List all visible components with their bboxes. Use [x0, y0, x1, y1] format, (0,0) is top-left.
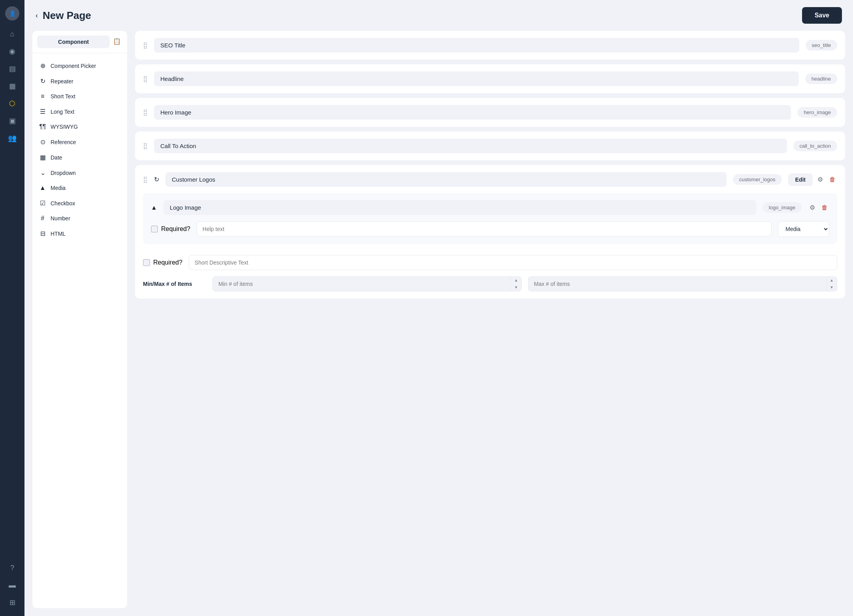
sidebar-item-label: Number	[51, 215, 70, 222]
sidebar-item-label: Component Picker	[51, 63, 96, 69]
help-icon[interactable]: ?	[5, 561, 19, 575]
repeater-drag-handle-icon: ⣿	[143, 176, 148, 183]
tab-component[interactable]: Component	[37, 36, 110, 48]
sidebar-item-dropdown[interactable]: ⌄ Dropdown	[32, 165, 127, 180]
page-icon[interactable]: ▤	[5, 62, 19, 76]
stack-icon[interactable]: ⊞	[5, 595, 19, 610]
reference-icon: ⊙	[39, 138, 47, 146]
field-row-call-to-action: ⣿ call_to_action	[135, 131, 845, 160]
terminal-icon[interactable]: ▬	[5, 578, 19, 592]
dropdown-icon: ⌄	[39, 169, 47, 177]
max-spinners: ▲ ▼	[826, 277, 837, 291]
inner-required-label: Required?	[161, 225, 190, 233]
image-icon[interactable]: ▣	[5, 114, 19, 128]
sidebar: Component 📋 ⊕ Component Picker ↻ Repeate…	[32, 31, 127, 608]
component-picker-icon: ⊕	[39, 62, 47, 69]
sidebar-item-repeater[interactable]: ↻ Repeater	[32, 73, 127, 89]
footer-required-row: Required?	[143, 255, 837, 270]
number-icon: #	[39, 215, 47, 222]
inner-required-wrap: Required?	[151, 225, 190, 233]
repeater-label-input[interactable]	[165, 172, 727, 187]
headline-key: headline	[805, 73, 837, 84]
checkbox-icon: ☑	[39, 199, 47, 207]
sidebar-tabs: Component 📋	[32, 36, 127, 53]
field-row-headline: ⣿ headline	[135, 64, 845, 93]
sidebar-item-short-text[interactable]: ≡ Short Text	[32, 89, 127, 104]
inner-settings-button[interactable]: ⚙	[808, 202, 817, 213]
sidebar-item-label: Dropdown	[51, 170, 76, 176]
min-items-input[interactable]	[213, 277, 511, 291]
minmax-label: Min/Max # of Items	[143, 281, 206, 287]
max-up-spinner[interactable]: ▲	[827, 277, 837, 284]
drag-handle-icon: ⣿	[143, 41, 148, 49]
sidebar-item-label: WYSIWYG	[51, 124, 78, 130]
footer-description-input[interactable]	[189, 255, 837, 270]
date-icon: ▦	[39, 154, 47, 161]
repeater-footer: Required? Min/Max # of Items ▲ ▼	[143, 250, 837, 291]
users-icon[interactable]: 👥	[5, 131, 19, 145]
blog-icon[interactable]: ◉	[5, 44, 19, 58]
footer-minmax-row: Min/Max # of Items ▲ ▼ ▲	[143, 276, 837, 291]
sidebar-item-checkbox[interactable]: ☑ Checkbox	[32, 195, 127, 211]
home-icon[interactable]: ⌂	[5, 27, 19, 41]
sidebar-item-media[interactable]: ▲ Media	[32, 180, 127, 195]
drag-handle-icon: ⣿	[143, 75, 148, 83]
min-items-input-wrap: ▲ ▼	[212, 276, 522, 291]
sidebar-item-component-picker[interactable]: ⊕ Component Picker	[32, 58, 127, 73]
hero-image-key: hero_image	[797, 107, 837, 118]
user-avatar[interactable]: 👤	[5, 6, 19, 21]
min-down-spinner[interactable]: ▼	[511, 284, 521, 291]
inner-field-key: logo_image	[763, 202, 802, 213]
hero-image-input[interactable]	[154, 105, 791, 120]
max-down-spinner[interactable]: ▼	[827, 284, 837, 291]
inner-delete-button[interactable]: 🗑	[820, 203, 829, 213]
repeater-icon: ↻	[154, 176, 159, 183]
call-to-action-input[interactable]	[154, 139, 787, 153]
long-text-icon: ☰	[39, 108, 47, 115]
sidebar-doc-icon[interactable]: 📋	[111, 36, 122, 47]
grid-icon[interactable]: ▦	[5, 79, 19, 93]
repeater-edit-button[interactable]: Edit	[788, 173, 813, 186]
headline-input[interactable]	[154, 71, 799, 86]
seo-title-key: seo_title	[806, 40, 837, 51]
sidebar-item-html[interactable]: ⊟ HTML	[32, 226, 127, 241]
left-nav: 👤 ⌂ ◉ ▤ ▦ ⬡ ▣ 👥 ? ▬ ⊞	[0, 0, 24, 616]
footer-required-checkbox[interactable]	[143, 259, 150, 266]
save-button[interactable]: Save	[802, 7, 842, 24]
repeater-inner: ▲ logo_image ⚙ 🗑 Required?	[143, 193, 837, 244]
content: Component 📋 ⊕ Component Picker ↻ Repeate…	[24, 31, 853, 616]
repeater-settings-button[interactable]: ⚙	[816, 174, 825, 185]
min-up-spinner[interactable]: ▲	[511, 277, 521, 284]
repeater-delete-button[interactable]: 🗑	[828, 175, 837, 185]
sidebar-item-date[interactable]: ▦ Date	[32, 150, 127, 165]
back-button[interactable]: ‹	[36, 11, 38, 20]
main-panel: ⣿ seo_title ⣿ headline ⣿ hero_image ⣿ ca…	[135, 31, 845, 608]
header-left: ‹ New Page	[36, 9, 91, 22]
sidebar-item-label: HTML	[51, 231, 66, 237]
sidebar-item-label: Media	[51, 185, 66, 191]
sidebar-item-number[interactable]: # Number	[32, 211, 127, 226]
package-icon[interactable]: ⬡	[5, 96, 19, 111]
inner-type-select[interactable]: Media Short Text Long Text	[778, 221, 829, 237]
repeater-card: ⣿ ↻ customer_logos Edit ⚙ 🗑 ▲ logo	[135, 165, 845, 299]
main-area: ‹ New Page Save Component 📋 ⊕ Component …	[24, 0, 853, 616]
repeater-actions: Edit ⚙ 🗑	[788, 173, 837, 186]
wysiwyg-icon: ¶¶	[39, 123, 47, 130]
seo-title-input[interactable]	[154, 38, 799, 53]
html-icon: ⊟	[39, 230, 47, 237]
footer-required-label: Required?	[153, 259, 182, 266]
header: ‹ New Page Save	[24, 0, 853, 31]
repeater-icon: ↻	[39, 77, 47, 85]
max-items-input[interactable]	[528, 277, 826, 291]
sidebar-item-reference[interactable]: ⊙ Reference	[32, 134, 127, 150]
inner-required-checkbox[interactable]	[151, 225, 158, 233]
inner-field-label-input[interactable]	[163, 200, 756, 215]
inner-field-actions: ⚙ 🗑	[808, 202, 829, 213]
inner-help-text-input[interactable]	[197, 222, 772, 237]
drag-handle-icon: ⣿	[143, 142, 148, 150]
sidebar-item-wysiwyg[interactable]: ¶¶ WYSIWYG	[32, 119, 127, 134]
sidebar-item-long-text[interactable]: ☰ Long Text	[32, 104, 127, 119]
page-title: New Page	[43, 9, 91, 22]
footer-required-wrap: Required?	[143, 259, 182, 266]
short-text-icon: ≡	[39, 93, 47, 100]
